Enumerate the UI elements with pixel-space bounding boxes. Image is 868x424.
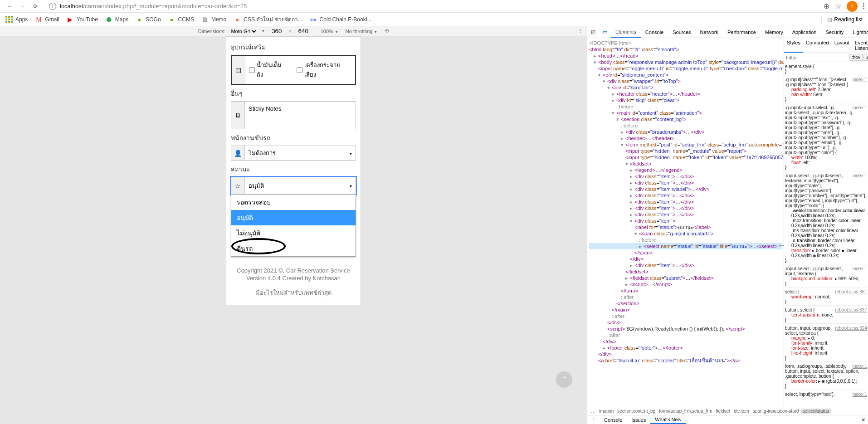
reload-button[interactable]: ⟳ bbox=[29, 1, 42, 12]
tab-performance[interactable]: Performance bbox=[723, 26, 761, 38]
devtools-toolbar: ◰ ▭ Elements Console Sources Network Per… bbox=[587, 26, 868, 38]
checkbox-speaker[interactable]: เครื่องกระจายเสียง bbox=[297, 60, 351, 79]
width-input[interactable] bbox=[268, 28, 285, 34]
crumb-6[interactable]: span.g-input.icon-star0 bbox=[751, 409, 801, 414]
styles-pane: Styles Computed Layout Event Listeners »… bbox=[784, 38, 868, 407]
apps-icon bbox=[5, 16, 13, 23]
gmail-icon: M bbox=[35, 16, 42, 23]
reading-list-button[interactable]: ▤ Reading list bbox=[821, 16, 863, 23]
status-select[interactable]: อนุมัติ bbox=[245, 177, 356, 194]
user-icon: 👤 bbox=[231, 146, 245, 160]
styles-tab-styles[interactable]: Styles bbox=[784, 38, 803, 53]
chevron-up-icon: ⌃ bbox=[561, 375, 568, 385]
driver-select-group: 👤 ไม่ต้องการ ▾ bbox=[231, 146, 356, 161]
option-return[interactable]: คืนรถ bbox=[231, 241, 356, 256]
url-text: localhost/carmain/index.php#_module=repo… bbox=[60, 3, 247, 10]
equipment-label: อุปกรณ์เสริม bbox=[231, 42, 356, 52]
form-panel: อุปกรณ์เสริม ▤ น้ำมันเต็มถัง เครื่องกระจ… bbox=[226, 36, 361, 305]
device-menu-icon[interactable]: ⋮ bbox=[578, 28, 583, 34]
address-bar[interactable]: i localhost/carmain/index.php#_module=re… bbox=[45, 3, 820, 10]
scroll-top-button[interactable]: ⌃ bbox=[556, 371, 572, 388]
bookmark-sogo[interactable]: ●SOGo bbox=[136, 16, 161, 23]
styles-rules[interactable]: element.style {} index:1.g-input[class*=… bbox=[784, 62, 868, 407]
back-button[interactable]: ← bbox=[4, 1, 16, 12]
profile-avatar[interactable]: t bbox=[847, 1, 858, 12]
crumb-2[interactable]: section.content_bg bbox=[615, 409, 657, 414]
ccms-icon: ● bbox=[168, 16, 176, 23]
crumb-1[interactable]: imation bbox=[597, 409, 615, 414]
checkbox-speaker-input[interactable] bbox=[297, 67, 302, 73]
device-mode-button[interactable]: ▭ bbox=[599, 26, 611, 38]
styles-tab-layout[interactable]: Layout bbox=[832, 38, 852, 53]
site-info-icon[interactable]: i bbox=[49, 3, 56, 10]
status-select-group: ☆ อนุมัติ ▾ รอตรวจสอบ อนุมัติ ไม่อนุมัติ… bbox=[231, 177, 356, 195]
tab-elements[interactable]: Elements bbox=[611, 26, 641, 38]
height-input[interactable] bbox=[295, 28, 312, 34]
checkbox-fuel[interactable]: น้ำมันเต็มถัง bbox=[249, 60, 288, 79]
bookmark-cold[interactable]: smCold Chain E-Booki... bbox=[310, 16, 372, 23]
bookmark-maps[interactable]: ⬢Maps bbox=[105, 16, 128, 23]
bookmark-gmail[interactable]: MGmail bbox=[35, 16, 59, 23]
styles-tab-listeners[interactable]: Event Listeners bbox=[852, 38, 868, 53]
list-icon: ▤ bbox=[232, 56, 245, 84]
footer-news: มีอะไรใหม่สำหรับแพทช์ล่าสุด bbox=[231, 288, 356, 297]
tab-security[interactable]: Security bbox=[821, 26, 848, 38]
tab-network[interactable]: Network bbox=[696, 26, 723, 38]
drawer-tab-issues[interactable]: Issues bbox=[627, 415, 650, 424]
driver-select[interactable]: ไม่ต้องการ bbox=[245, 146, 356, 160]
cls-button[interactable]: .cls bbox=[863, 54, 868, 61]
crumb-7[interactable]: select#status bbox=[801, 409, 831, 414]
cold-icon: sm bbox=[310, 16, 317, 23]
footer-version: Version 4.0.4 Created by Kotchasan bbox=[231, 275, 356, 282]
crumb-5[interactable]: div.item bbox=[732, 409, 751, 414]
zoom-icon[interactable]: ⊕ bbox=[824, 2, 829, 10]
firefox-icon: ● bbox=[234, 16, 241, 23]
forward-button[interactable]: → bbox=[16, 1, 29, 12]
drawer-close-icon[interactable]: × bbox=[859, 416, 868, 424]
option-approve[interactable]: อนุมัติ bbox=[231, 210, 356, 225]
option-pending[interactable]: รอตรวจสอบ bbox=[231, 195, 356, 210]
bookmark-memo[interactable]: 🗎Memo bbox=[201, 16, 226, 23]
bookmark-star-icon[interactable]: ☆ bbox=[835, 2, 841, 10]
tab-application[interactable]: Application bbox=[788, 26, 821, 38]
hov-button[interactable]: :hov bbox=[849, 54, 863, 61]
crumb-ellipsis[interactable]: … bbox=[589, 409, 597, 414]
inspect-button[interactable]: ◰ bbox=[587, 26, 599, 38]
dimensions-label: Dimensions: bbox=[198, 29, 226, 34]
youtube-icon: ▶ bbox=[67, 16, 74, 23]
bookmark-ccms[interactable]: ●CCMS bbox=[168, 16, 194, 23]
styles-tab-computed[interactable]: Computed bbox=[803, 38, 832, 53]
bookmark-youtube[interactable]: ▶YouTube bbox=[67, 16, 98, 23]
crumb-3[interactable]: form#setup_frm.setup_frm bbox=[657, 409, 714, 414]
tab-console[interactable]: Console bbox=[641, 26, 668, 38]
device-select[interactable]: Moto G4 bbox=[229, 28, 258, 34]
tab-sources[interactable]: Sources bbox=[668, 26, 695, 38]
apps-button[interactable]: Apps bbox=[5, 16, 28, 23]
drawer-tabs: ⋮ Console Issues What's New × bbox=[587, 415, 868, 424]
dim-separator: × bbox=[288, 29, 291, 34]
tab-memory[interactable]: Memory bbox=[761, 26, 788, 38]
other-textarea[interactable]: Sticky Notes bbox=[245, 102, 356, 129]
maps-icon: ⬢ bbox=[105, 16, 112, 23]
footer-copyright: Copyright 2021 ©, Car Reservation Servic… bbox=[231, 267, 356, 274]
option-reject[interactable]: ไม่อนุมัติ bbox=[231, 225, 356, 241]
crumb-4[interactable]: fieldset bbox=[714, 409, 732, 414]
drawer-tab-console[interactable]: Console bbox=[600, 415, 627, 424]
styles-filter-input[interactable] bbox=[786, 54, 848, 61]
drawer-menu-icon[interactable]: ⋮ bbox=[587, 415, 600, 424]
file-icon-2: 🗎 bbox=[231, 102, 245, 129]
zoom-select[interactable]: 100% ▼ bbox=[321, 29, 338, 34]
star-icon: ☆ bbox=[231, 177, 245, 194]
bookmark-css[interactable]: ●CSS ตัวใหม่ ช่วยจัดกา... bbox=[234, 15, 302, 24]
tab-lighthouse[interactable]: Lighthouse bbox=[848, 26, 868, 38]
sogo-icon: ● bbox=[136, 16, 143, 23]
rotate-icon[interactable]: ⟲ bbox=[385, 28, 389, 34]
throttle-select[interactable]: No throttling ▼ bbox=[346, 29, 377, 34]
drawer-tab-whatsnew[interactable]: What's New bbox=[650, 415, 686, 424]
status-label: สถานะ bbox=[231, 164, 356, 174]
checkbox-fuel-input[interactable] bbox=[249, 67, 255, 73]
equipment-group: ▤ น้ำมันเต็มถัง เครื่องกระจายเสียง bbox=[231, 55, 356, 85]
menu-button[interactable] bbox=[863, 3, 864, 9]
bookmarks-bar: Apps MGmail ▶YouTube ⬢Maps ●SOGo ●CCMS 🗎… bbox=[0, 13, 868, 26]
elements-tree[interactable]: <!DOCTYPE html> <html lang="th" dir="ltr… bbox=[587, 38, 784, 407]
